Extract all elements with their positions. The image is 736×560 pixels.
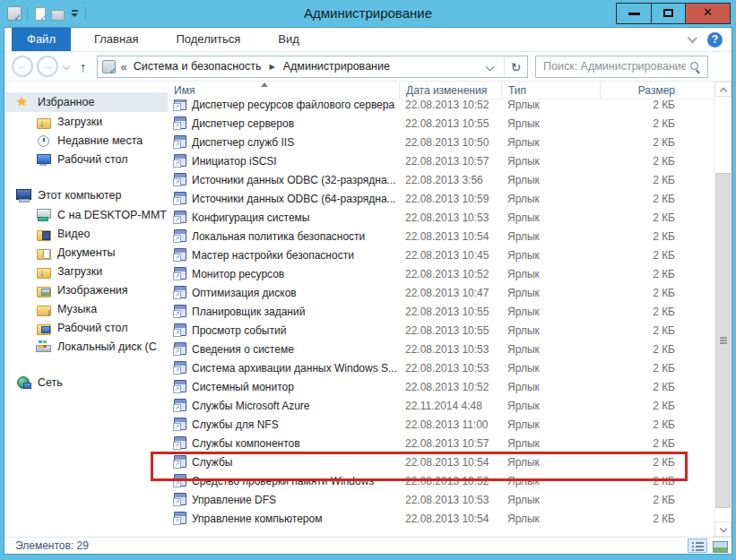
shortcut-icon: [173, 116, 186, 130]
breadcrumb-root-chevrons[interactable]: «: [121, 60, 127, 73]
sidebar-item-folder-down[interactable]: Загрузки: [4, 112, 168, 131]
table-row[interactable]: Источники данных ODBC (64-разрядна...22.…: [168, 189, 714, 208]
type-cell: Ярлык: [501, 287, 600, 299]
app-icon[interactable]: [7, 6, 22, 21]
size-cell: 2 КБ: [600, 362, 684, 375]
table-row[interactable]: Планировщик заданий22.08.2013 10:55Ярлык…: [168, 302, 714, 321]
scroll-down-icon[interactable]: [714, 521, 732, 537]
sidebar-item-folder-pic[interactable]: Изображения: [4, 280, 168, 299]
customize-quick-access-icon[interactable]: [69, 8, 80, 19]
table-row[interactable]: Средство проверки памяти Windows22.08.20…: [168, 471, 714, 490]
sidebar-item-star[interactable]: Избранное: [4, 92, 168, 112]
sidebar-item-netdrive[interactable]: С на DESKTOP-MMT: [4, 205, 168, 224]
disk-icon: [36, 340, 51, 354]
type-cell: Ярлык: [501, 513, 600, 525]
folder-music-icon: [36, 302, 51, 316]
expand-ribbon-icon[interactable]: [688, 33, 697, 43]
column-header-date[interactable]: Дата изменения: [399, 82, 501, 99]
shortcut-icon: [173, 436, 186, 450]
table-row[interactable]: Просмотр событий22.08.2013 10:55Ярлык2 К…: [168, 321, 714, 340]
shortcut-icon: [173, 380, 186, 393]
table-row[interactable]: Управление DFS22.08.2013 10:53Ярлык2 КБ: [168, 490, 714, 509]
column-header-type[interactable]: Тип: [501, 82, 600, 99]
table-row[interactable]: Система архивации данных Windows S...22.…: [168, 358, 714, 377]
table-row[interactable]: Мастер настройки безопасности22.08.2013 …: [168, 246, 714, 264]
date-modified-cell: 22.08.2013 10:59: [399, 193, 501, 205]
table-row[interactable]: Локальная политика безопасности22.08.201…: [168, 227, 714, 246]
tab-file[interactable]: Файл: [12, 28, 71, 51]
tab-home[interactable]: Главная: [80, 28, 152, 51]
table-row[interactable]: Источники данных ODBC (32-разрядна...22.…: [168, 170, 714, 189]
column-header-size[interactable]: Размер: [600, 82, 684, 99]
maximize-button[interactable]: [651, 4, 685, 23]
size-cell: 2 КБ: [600, 381, 684, 393]
column-header-name[interactable]: Имя: [168, 82, 399, 99]
shortcut-icon: [173, 173, 186, 186]
tab-view[interactable]: Вид: [264, 28, 314, 51]
table-row[interactable]: Службы для NFS22.08.2013 11:00Ярлык2 КБ: [168, 415, 714, 434]
tab-share[interactable]: Поделиться: [161, 28, 255, 51]
sidebar-item-folder-down[interactable]: Загрузки: [4, 262, 168, 280]
scrollbar-track[interactable]: [714, 97, 732, 521]
date-modified-cell: 22.08.2013 10:47: [399, 287, 501, 299]
sidebar-item-folder-music[interactable]: Музыка: [4, 299, 168, 318]
search-input[interactable]: [536, 60, 689, 73]
thumbnails-view-button[interactable]: [709, 538, 729, 553]
table-row[interactable]: Управление компьютером22.08.2013 10:54Яр…: [168, 509, 714, 528]
table-row[interactable]: Сведения о системе22.08.2013 10:53Ярлык2…: [168, 340, 714, 358]
sidebar-item-folder-video[interactable]: Видео: [4, 224, 168, 243]
table-row[interactable]: Оптимизация дисков22.08.2013 10:47Ярлык2…: [168, 283, 714, 302]
forward-button[interactable]: →: [37, 56, 58, 77]
table-row[interactable]: Службы компонентов22.08.2013 10:57Ярлык2…: [168, 434, 714, 452]
refresh-icon[interactable]: ↻: [504, 56, 527, 77]
minimize-button[interactable]: [617, 4, 651, 23]
shortcut-icon: [173, 99, 186, 111]
address-dropdown-icon[interactable]: [486, 62, 495, 71]
scrollbar-thumb[interactable]: [715, 173, 731, 508]
sidebar-item-folder-doc[interactable]: Документы: [4, 243, 168, 262]
breadcrumb-separator-icon[interactable]: ▶: [270, 63, 275, 71]
properties-icon[interactable]: [33, 7, 46, 21]
sidebar-item-desktop[interactable]: Рабочий стол: [4, 150, 168, 168]
breadcrumb-administration[interactable]: Администрирование: [283, 60, 390, 73]
table-row[interactable]: Службы Microsoft Azure22.11.2014 4:48Ярл…: [168, 396, 714, 415]
close-button[interactable]: ✕: [685, 4, 730, 23]
sidebar-item-disk[interactable]: Локальный диск (C: [4, 337, 168, 356]
sidebar-item-computer[interactable]: Этот компьютер: [4, 185, 168, 205]
size-cell: 2 КБ: [600, 306, 684, 318]
date-modified-cell: 22.11.2014 4:48: [399, 400, 501, 412]
recent-locations-icon[interactable]: [63, 63, 70, 70]
date-modified-cell: 22.08.2013 10:52: [399, 268, 501, 280]
sidebar-item-folder-desk[interactable]: Рабочий стол: [4, 318, 168, 337]
size-cell: 2 КБ: [600, 400, 684, 412]
table-row[interactable]: Диспетчер служб IIS22.08.2013 10:50Ярлык…: [168, 133, 714, 151]
date-modified-cell: 22.08.2013 10:55: [399, 117, 501, 130]
breadcrumb-system-security[interactable]: Система и безопасность: [134, 60, 262, 73]
up-button[interactable]: ↑: [80, 59, 87, 74]
quick-access-toolbar: [0, 6, 86, 21]
file-name-cell: Планировщик заданий: [168, 305, 399, 318]
table-row[interactable]: Системный монитор22.08.2013 10:52Ярлык2 …: [168, 377, 714, 396]
sidebar-item-globe[interactable]: Сеть: [4, 373, 168, 392]
address-bar[interactable]: « Система и безопасность ▶ Администриров…: [97, 56, 529, 78]
table-row[interactable]: Диспетчер серверов22.08.2013 10:55Ярлык2…: [168, 114, 714, 133]
star-icon: [16, 95, 31, 109]
shortcut-icon: [173, 305, 186, 318]
table-row[interactable]: Инициатор iSCSI22.08.2013 10:57Ярлык2 КБ: [168, 151, 714, 170]
scroll-up-icon[interactable]: [714, 82, 732, 97]
help-icon[interactable]: ?: [707, 32, 723, 47]
folder-down-icon: [36, 264, 51, 279]
new-folder-icon[interactable]: [51, 7, 64, 21]
table-row[interactable]: Конфигурация системы22.08.2013 10:53Ярлы…: [168, 208, 714, 227]
date-modified-cell: 22.08.2013 10:54: [399, 513, 501, 525]
back-button[interactable]: ←: [12, 56, 33, 77]
table-row[interactable]: Монитор ресурсов22.08.2013 10:52Ярлык2 К…: [168, 264, 714, 283]
type-cell: Ярлык: [501, 306, 600, 318]
file-name-cell: Источники данных ODBC (64-разрядна...: [168, 192, 399, 205]
vertical-scrollbar: [714, 82, 732, 537]
search-icon[interactable]: [689, 61, 701, 73]
table-row[interactable]: Службы22.08.2013 10:54Ярлык2 КБ: [168, 452, 714, 471]
sidebar-item-recent[interactable]: Недавние места: [4, 131, 168, 150]
table-row[interactable]: Диспетчер ресурсов файлового сервера22.0…: [168, 99, 714, 114]
details-view-button[interactable]: [688, 538, 707, 553]
